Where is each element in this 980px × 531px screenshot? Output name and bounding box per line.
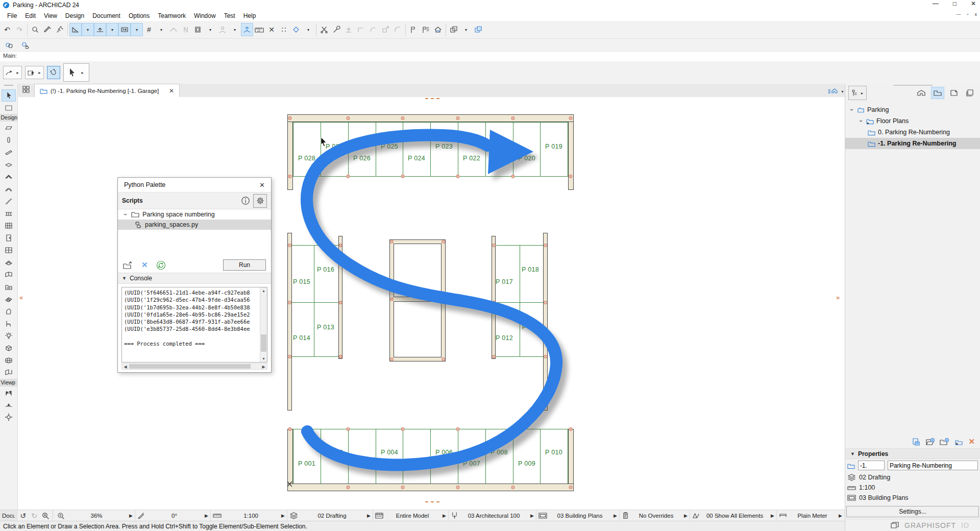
story-id-field[interactable] <box>858 461 885 470</box>
chevron-down-icon[interactable]: › <box>122 212 129 217</box>
zoom-forward-icon[interactable]: ↻ <box>29 510 40 521</box>
selection-method-button[interactable]: ▸ <box>3 66 22 79</box>
snap-guides-icon[interactable] <box>94 23 106 36</box>
slab-tool[interactable] <box>2 158 16 171</box>
profile-dropdown-icon[interactable]: ▾ <box>229 23 241 36</box>
menu-view[interactable]: View <box>40 11 61 20</box>
curtain-wall-tool[interactable] <box>2 220 16 232</box>
navigator-popup-button[interactable]: ▾ <box>828 87 845 96</box>
top-splitter-handle[interactable] <box>425 98 439 99</box>
script-file-row[interactable]: parking_spaces.py <box>118 220 271 230</box>
maximize-button[interactable]: □ <box>953 0 957 7</box>
windows-stack-icon[interactable] <box>890 521 899 529</box>
mesh-tool[interactable] <box>2 293 16 305</box>
layout-book-icon[interactable] <box>964 87 977 99</box>
chevron-down-icon[interactable]: › <box>857 118 865 124</box>
console-horizontal-scrollbar[interactable]: ◀ ▶ <box>121 363 267 370</box>
snap-grid-dropdown-icon[interactable]: ▾ <box>155 23 167 36</box>
collapse-icon[interactable]: ▼ <box>122 276 127 281</box>
info-icon[interactable] <box>241 196 250 205</box>
dimension-control[interactable]: Plain Meter▶ <box>777 510 844 521</box>
column-tool[interactable] <box>2 134 16 146</box>
window-arrange-icon[interactable] <box>448 23 460 36</box>
profile-manager-icon[interactable] <box>216 23 229 36</box>
arrow-tool-option-button[interactable]: ▸ <box>63 63 89 82</box>
pickup-parameters-icon[interactable] <box>29 23 41 36</box>
scroll-up-icon[interactable]: ▲ <box>260 287 267 294</box>
new-folder-icon[interactable] <box>940 438 949 446</box>
run-button[interactable]: Run <box>223 259 266 271</box>
scroll-left-icon[interactable]: ◀ <box>122 364 129 370</box>
elevation-tool[interactable] <box>2 399 16 411</box>
settings-button[interactable]: Settings... <box>846 506 979 517</box>
interior-elevation-tool[interactable] <box>2 411 16 423</box>
window-arrange-dropdown-icon[interactable]: ▾ <box>460 23 472 36</box>
rectangle-method-dropdown-icon[interactable]: ▾ <box>204 23 216 36</box>
menu-options[interactable]: Options <box>125 11 154 20</box>
coordinate-input-icon[interactable] <box>118 23 131 36</box>
vertical-scroll-thumb[interactable] <box>261 334 266 352</box>
inject-parameters-icon[interactable] <box>54 23 66 36</box>
wall-tool[interactable] <box>2 122 16 134</box>
console-vertical-scrollbar[interactable]: ▲ ▼ <box>260 287 267 362</box>
script-tree-folder-row[interactable]: › Parking space numbering <box>118 209 271 220</box>
guide-lines-dropdown-icon[interactable]: ▾ <box>82 23 94 36</box>
menu-edit[interactable]: Edit <box>21 11 40 20</box>
window-tool[interactable] <box>2 244 16 256</box>
floorplan-view-icon[interactable] <box>931 87 944 99</box>
scroll-right-icon[interactable]: ▶ <box>260 364 267 370</box>
pen-set-control[interactable]: 03 Architectural 100▶ <box>449 510 536 521</box>
toolbox-drag-handle[interactable] <box>4 85 13 89</box>
snap-grid-icon[interactable]: # <box>143 23 155 36</box>
coordinate-dropdown-icon[interactable]: ▾ <box>131 23 143 36</box>
chevron-down-icon[interactable]: › <box>848 107 855 112</box>
railing-tool[interactable] <box>2 207 16 220</box>
curtain-system-tool[interactable] <box>2 354 16 367</box>
project-chooser-button[interactable]: ▸ <box>848 86 867 100</box>
hotspot-icon[interactable]: ∷ <box>278 23 290 36</box>
tab-parking-renumbering[interactable]: (!) -1. Parking Re-Numbering [-1. Garage… <box>34 84 180 97</box>
morph-tool[interactable] <box>2 305 16 318</box>
graphic-override-control[interactable]: 00 Show All Elements▶ <box>690 510 777 521</box>
fillet-icon[interactable] <box>367 23 379 36</box>
menu-file[interactable]: File <box>3 11 21 20</box>
shell-tool[interactable] <box>2 183 16 195</box>
clone-folder-icon[interactable] <box>954 438 964 446</box>
trace-switch-icon[interactable] <box>180 23 192 36</box>
equipment-tool[interactable] <box>2 342 16 354</box>
layer-control[interactable]: 02 Drafting▶ <box>287 510 373 521</box>
model-filter-control[interactable]: Entire Model▶ <box>373 510 449 521</box>
story-name-field[interactable] <box>888 461 978 470</box>
lamp-tool[interactable] <box>2 330 16 342</box>
nav-item-story-0[interactable]: 0. Parking Re-Numbering <box>845 127 980 138</box>
magnet-snap-button[interactable] <box>47 66 60 79</box>
orientation-control[interactable]: 0°▶ <box>135 510 211 521</box>
copy-settings-icon[interactable] <box>912 438 921 446</box>
scroll-down-icon[interactable]: ▼ <box>260 355 267 362</box>
add-view-icon[interactable] <box>925 438 935 446</box>
delete-icon[interactable]: ✕ <box>968 437 975 446</box>
redo-icon[interactable]: ↷ <box>13 23 26 36</box>
zoom-level-control[interactable]: 36%▶ <box>55 510 135 521</box>
marquee-method-button[interactable]: ▸ <box>25 66 44 79</box>
trim-corner-icon[interactable] <box>355 23 367 36</box>
suspend-groups-icon[interactable] <box>3 39 15 52</box>
menu-document[interactable]: Document <box>88 11 125 20</box>
snap-guides-dropdown-icon[interactable]: ▾ <box>106 23 118 36</box>
publish-icon[interactable] <box>432 23 444 36</box>
relative-construction-dropdown-icon[interactable]: ▾ <box>302 23 314 36</box>
properties-header[interactable]: ▼ Properties <box>845 448 980 459</box>
zoom-in-icon[interactable] <box>40 510 51 521</box>
layer-row[interactable]: 02 Drafting <box>845 472 980 482</box>
flag-markup-icon[interactable] <box>407 23 420 36</box>
survey-point-icon[interactable] <box>241 23 253 36</box>
trace-reference-icon[interactable] <box>167 23 180 36</box>
section-tool[interactable] <box>2 387 16 399</box>
menu-test[interactable]: Test <box>220 11 239 20</box>
opening-tool[interactable] <box>2 367 16 379</box>
arrow-tool[interactable] <box>2 89 16 102</box>
horizontal-scroll-thumb[interactable] <box>129 364 251 369</box>
menu-design[interactable]: Design <box>61 11 88 20</box>
document-window-controls[interactable]: —▫x <box>956 12 977 17</box>
beam-tool[interactable] <box>2 146 16 158</box>
